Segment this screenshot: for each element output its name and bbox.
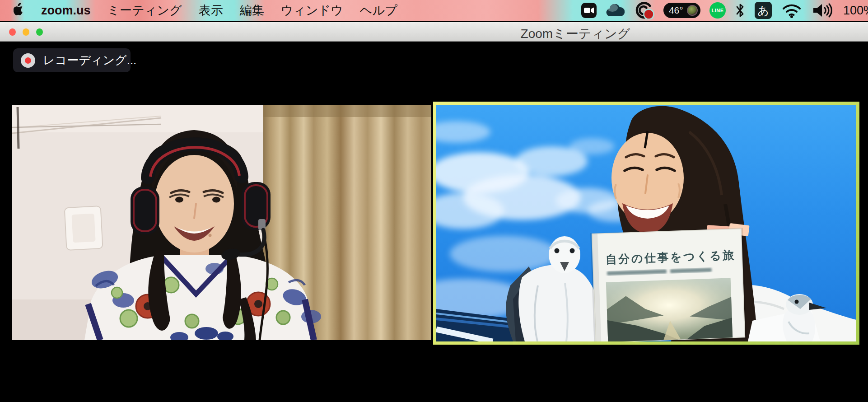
record-icon <box>21 53 35 68</box>
active-speaker-border: 自分の仕事をつくる旅 <box>433 102 859 345</box>
apple-logo-icon <box>14 3 24 15</box>
screen-record-status-icon[interactable] <box>634 1 654 19</box>
window-title: Zoomミーティング <box>521 25 630 42</box>
face <box>154 155 234 252</box>
book: 自分の仕事をつくる旅 <box>590 228 747 341</box>
fullscreen-window-button[interactable] <box>36 28 43 36</box>
menu-bar-status-area: 46° LINE あ <box>581 1 868 19</box>
window-title-bar: Zoomミーティング <box>0 22 868 42</box>
menu-bar-left: zoom.us ミーティング 表示 編集 ウィンドウ ヘルプ <box>0 2 397 19</box>
minimize-window-button[interactable] <box>23 28 29 36</box>
close-window-button[interactable] <box>9 28 16 36</box>
right-video-scene: 自分の仕事をつくる旅 <box>436 105 856 341</box>
light-switch <box>65 206 103 250</box>
participant-video-right[interactable]: 自分の仕事をつくる旅 <box>436 105 856 341</box>
line-app-icon[interactable]: LINE <box>709 2 726 19</box>
temperature-value: 46° <box>669 5 683 16</box>
temperature-dial-icon <box>687 5 698 16</box>
battery-percentage[interactable]: 100% <box>843 4 868 18</box>
camera-status-icon[interactable] <box>581 3 597 18</box>
participant-video-left[interactable] <box>12 105 431 340</box>
menu-app-name[interactable]: zoom.us <box>41 4 91 18</box>
input-source-icon[interactable]: あ <box>755 2 772 19</box>
menu-bar: zoom.us ミーティング 表示 編集 ウィンドウ ヘルプ <box>0 0 868 21</box>
temperature-widget[interactable]: 46° <box>663 3 700 18</box>
menu-item-edit[interactable]: 編集 <box>240 2 264 19</box>
recording-label: レコーディング... <box>43 52 136 68</box>
menu-item-help[interactable]: ヘルプ <box>360 2 397 19</box>
bluetooth-icon[interactable] <box>735 2 746 19</box>
wifi-icon[interactable] <box>781 2 803 19</box>
apple-menu[interactable] <box>14 3 24 19</box>
left-video-scene <box>12 105 431 340</box>
recording-indicator[interactable]: レコーディング... <box>13 48 131 72</box>
volume-icon[interactable] <box>812 2 834 19</box>
book-cover-photo <box>606 278 733 341</box>
cloud-sync-icon[interactable] <box>606 4 625 17</box>
menu-item-window[interactable]: ウィンドウ <box>281 2 343 19</box>
menu-item-meeting[interactable]: ミーティング <box>107 2 182 19</box>
menu-item-view[interactable]: 表示 <box>199 2 223 19</box>
